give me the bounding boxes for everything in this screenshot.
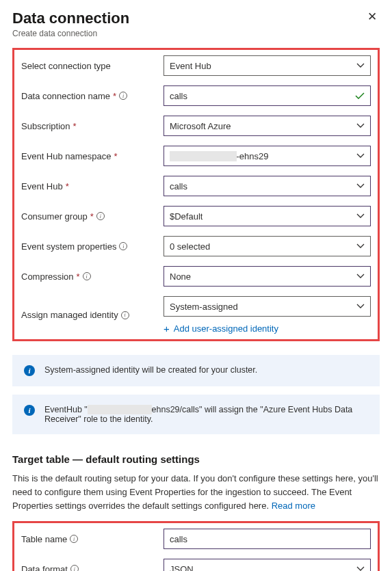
required-indicator: *	[90, 211, 94, 222]
identity-select[interactable]: System-assigned	[164, 296, 371, 317]
eventhub-role-banner: i EventHub "xxxxxxxxxxxxxxxehns29/calls"…	[12, 395, 380, 434]
system-properties-label: Event system properties	[21, 241, 116, 252]
page-subtitle: Create data connection	[12, 29, 129, 38]
subscription-select[interactable]: Microsoft Azure	[164, 116, 371, 136]
system-properties-value: 0 selected	[170, 241, 210, 252]
chevron-down-icon	[356, 566, 365, 571]
chevron-down-icon	[356, 274, 365, 279]
eventhub-value: calls	[170, 181, 187, 191]
chevron-down-icon	[356, 63, 365, 68]
namespace-value: xxxxxxxxxxxxxxx-ehns29	[170, 151, 268, 161]
redacted-text: xxxxxxxxxxxxxxx	[170, 151, 237, 161]
connection-name-value: calls	[170, 91, 187, 101]
consumer-group-label: Consumer group	[21, 211, 88, 222]
info-icon: i	[24, 365, 35, 376]
compression-label: Compression	[21, 271, 74, 282]
eventhub-label: Event Hub	[21, 181, 63, 191]
required-indicator: *	[77, 271, 80, 282]
subscription-value: Microsoft Azure	[170, 121, 231, 131]
identity-value: System-assigned	[170, 302, 238, 312]
connection-type-value: Event Hub	[170, 61, 211, 71]
page-title: Data connection	[12, 10, 129, 27]
connection-form-highlight: Select connection type Event Hub Data co…	[12, 48, 380, 341]
compression-select[interactable]: None	[164, 266, 371, 287]
target-section-title: Target table — default routing settings	[12, 453, 380, 465]
required-indicator: *	[73, 121, 77, 131]
compression-value: None	[170, 271, 191, 282]
read-more-link[interactable]: Read more	[272, 501, 315, 511]
chevron-down-icon	[356, 123, 365, 129]
data-format-label: Data format	[21, 564, 68, 571]
info-icon[interactable]: i	[119, 242, 127, 250]
table-name-value: calls	[170, 534, 187, 544]
eventhub-select[interactable]: calls	[164, 176, 371, 196]
add-identity-label: Add user-assigned identity	[174, 323, 278, 334]
target-section-description: This is the default routing setup for yo…	[12, 472, 380, 513]
consumer-group-value: $Default	[170, 211, 202, 222]
table-name-label: Table name	[21, 534, 67, 544]
data-format-select[interactable]: JSON	[164, 559, 371, 571]
connection-type-select[interactable]: Event Hub	[164, 55, 371, 76]
info-icon[interactable]: i	[119, 92, 127, 100]
target-form-highlight: Table name i calls Data format i JSON	[12, 521, 380, 571]
connection-type-label: Select connection type	[21, 61, 111, 71]
consumer-group-select[interactable]: $Default	[164, 206, 371, 226]
info-icon[interactable]: i	[96, 212, 105, 220]
data-format-value: JSON	[170, 564, 194, 571]
subscription-label: Subscription	[21, 121, 70, 131]
namespace-label: Event Hub namespace	[21, 151, 112, 161]
info-icon[interactable]: i	[121, 311, 129, 319]
chevron-down-icon	[356, 183, 365, 189]
system-properties-select[interactable]: 0 selected	[164, 236, 371, 256]
chevron-down-icon	[356, 304, 365, 309]
table-name-input[interactable]: calls	[164, 529, 371, 549]
chevron-down-icon	[356, 213, 365, 219]
eventhub-role-banner-text: EventHub "xxxxxxxxxxxxxxxehns29/calls" w…	[44, 405, 368, 424]
system-identity-banner: i System-assigned identity will be creat…	[12, 355, 380, 386]
connection-name-input[interactable]: calls	[164, 85, 371, 106]
info-icon[interactable]: i	[83, 272, 91, 280]
required-indicator: *	[114, 151, 118, 161]
required-indicator: *	[66, 181, 69, 191]
namespace-select[interactable]: xxxxxxxxxxxxxxx-ehns29	[164, 146, 371, 166]
chevron-down-icon	[356, 153, 365, 159]
info-icon: i	[24, 405, 35, 416]
plus-icon: +	[164, 323, 170, 334]
info-icon[interactable]: i	[70, 565, 79, 571]
connection-name-label: Data connection name	[21, 91, 110, 101]
close-button[interactable]: ✕	[365, 10, 380, 24]
required-indicator: *	[113, 91, 116, 101]
add-user-assigned-identity-link[interactable]: + Add user-assigned identity	[164, 323, 371, 334]
chevron-down-icon	[356, 243, 365, 249]
system-identity-banner-text: System-assigned identity will be created…	[44, 365, 257, 376]
checkmark-icon	[355, 92, 365, 100]
redacted-text: xxxxxxxxxxxxxxx	[88, 405, 152, 414]
info-icon[interactable]: i	[70, 535, 78, 543]
identity-label: Assign managed identity	[21, 310, 118, 320]
